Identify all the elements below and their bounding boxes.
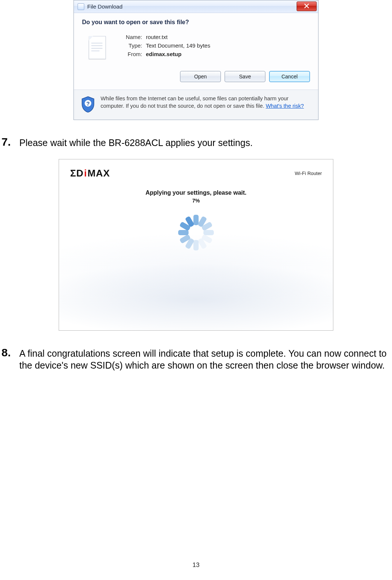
dialog-titlebar[interactable]: File Download [74, 0, 318, 13]
close-icon [304, 3, 309, 10]
edimax-logo: ΣDiMAX [70, 168, 110, 179]
edimax-panel: ΣDiMAX Wi-Fi Router Applying your settin… [59, 159, 333, 331]
open-button-label: Open [194, 74, 207, 80]
type-value: Text Document, 149 bytes [146, 42, 210, 49]
file-download-dialog: File Download Do you want to open or sav… [74, 0, 318, 120]
save-button[interactable]: Save [225, 71, 265, 82]
save-button-label: Save [239, 74, 251, 80]
progress-percent: 7% [70, 198, 322, 204]
name-label: Name: [118, 34, 142, 40]
status-text: Applying your settings, please wait. [70, 189, 322, 196]
app-icon [78, 3, 84, 10]
warning-body: While files from the Internet can be use… [101, 95, 288, 109]
loading-spinner-icon [176, 213, 216, 253]
open-button[interactable]: Open [180, 71, 221, 82]
warning-text: While files from the Internet can be use… [101, 95, 311, 113]
shield-icon: ? [81, 96, 95, 113]
mode-label: Wi-Fi Router [295, 171, 322, 176]
whats-the-risk-link[interactable]: What's the risk? [266, 103, 304, 109]
dialog-question: Do you want to open or save this file? [82, 19, 311, 26]
step-number: 8. [1, 346, 19, 359]
cancel-button[interactable]: Cancel [269, 71, 310, 82]
from-value: edimax.setup [146, 51, 182, 57]
page-number: 13 [0, 561, 392, 569]
step-text: Please wait while the BR-6288ACL applies… [19, 136, 391, 149]
file-icon [86, 35, 109, 62]
type-label: Type: [118, 42, 142, 49]
close-button[interactable] [297, 1, 317, 11]
svg-text:?: ? [86, 100, 89, 107]
step-7: 7. Please wait while the BR-6288ACL appl… [0, 136, 392, 149]
from-label: From: [118, 51, 142, 57]
cancel-button-label: Cancel [281, 74, 298, 80]
step-number: 7. [1, 136, 19, 148]
step-text: A final congratulations screen will indi… [19, 346, 391, 371]
step-8: 8. A final congratulations screen will i… [0, 346, 392, 371]
name-value: router.txt [146, 34, 167, 40]
dialog-title: File Download [87, 3, 122, 10]
